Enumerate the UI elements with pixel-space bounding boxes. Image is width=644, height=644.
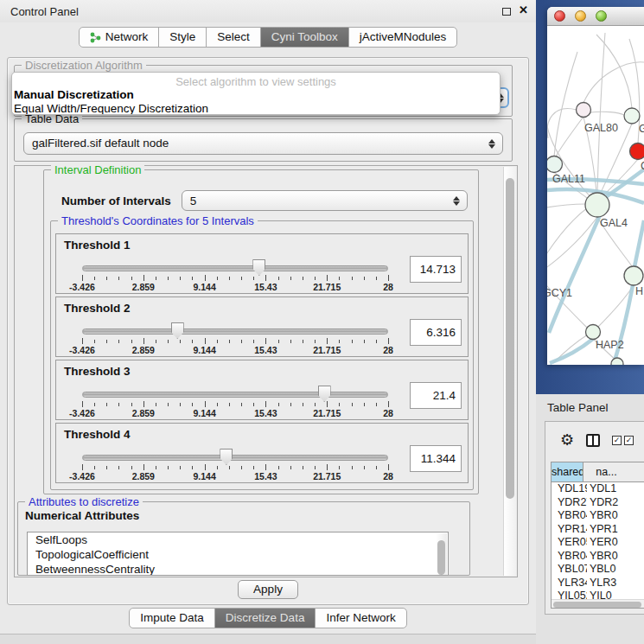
numerical-attributes-list[interactable]: SelfLoopsTopologicalCoefficientBetweenne… xyxy=(27,532,449,576)
minimize-traffic-light[interactable] xyxy=(575,10,586,22)
cell-name[interactable]: YBR0 xyxy=(587,509,644,523)
slider-thumb[interactable] xyxy=(252,259,265,276)
settings-vertical-scrollbar[interactable] xyxy=(503,167,516,576)
attribute-list-item[interactable]: TopologicalCoefficient xyxy=(28,547,448,562)
network-edge-thick[interactable] xyxy=(550,339,593,363)
slider-thumb[interactable] xyxy=(318,386,331,402)
slider-track[interactable] xyxy=(82,392,388,398)
column-header-name[interactable]: na... xyxy=(583,462,644,481)
cell-shared-name[interactable]: YBR045C xyxy=(552,550,587,564)
threshold-value-field[interactable]: 11.344 xyxy=(410,445,462,472)
cell-shared-name[interactable]: YDR27... xyxy=(552,496,587,510)
zoom-traffic-light[interactable] xyxy=(596,10,607,22)
tab-discretize-data[interactable]: Discretize Data xyxy=(214,608,316,628)
slider-tick xyxy=(352,277,353,280)
network-edge[interactable] xyxy=(547,217,597,272)
table-row[interactable]: YLR345WYLR3 xyxy=(552,577,644,590)
threshold-slider[interactable]: -3.4262.8599.14415.4321.71528 xyxy=(82,385,388,419)
table-row[interactable]: YBL079WYBL0 xyxy=(552,563,644,577)
tab-impute-data[interactable]: Impute Data xyxy=(129,608,215,628)
threshold-slider[interactable]: -3.4262.8599.14415.4321.71528 xyxy=(82,448,388,482)
cell-shared-name[interactable]: YBL079W xyxy=(552,563,587,577)
attribute-list-item[interactable]: SelfLoops xyxy=(28,532,448,547)
algorithm-option[interactable]: Manual Discretization xyxy=(12,88,500,102)
cell-name[interactable]: YBR0 xyxy=(587,550,644,564)
slider-track[interactable] xyxy=(82,455,388,461)
slider-tick xyxy=(290,340,291,343)
tab-cyni-toolbox[interactable]: Cyni Toolbox xyxy=(260,27,349,48)
slider-tick xyxy=(180,466,181,469)
slider-thumb[interactable] xyxy=(171,322,184,339)
cell-name[interactable]: YPR1 xyxy=(587,523,644,537)
network-edge-thick[interactable] xyxy=(614,285,633,364)
node-gal80[interactable] xyxy=(577,103,591,118)
table-data-combobox[interactable]: galFiltered.sif default node xyxy=(23,132,503,155)
num-intervals-combobox[interactable]: 5 xyxy=(182,190,468,211)
node-red[interactable] xyxy=(630,143,644,160)
thresholds-group: Threshold's Coordinates for 5 Intervals … xyxy=(50,220,474,490)
tab-style[interactable]: Style xyxy=(158,27,207,48)
slider-tick xyxy=(352,466,353,469)
threshold-value-field[interactable]: 6.316 xyxy=(410,319,462,346)
node-top-right[interactable] xyxy=(624,108,640,124)
table-row[interactable]: YBR045CYBR0 xyxy=(552,550,644,564)
slider-tick xyxy=(339,466,340,469)
network-edge[interactable] xyxy=(590,112,624,115)
node-bottom[interactable] xyxy=(611,358,623,365)
node-h[interactable] xyxy=(624,266,643,285)
cell-name[interactable]: YLR3 xyxy=(587,577,644,590)
table-row[interactable]: YBR043CYBR0 xyxy=(552,509,644,523)
columns-icon[interactable] xyxy=(586,434,600,447)
network-edge[interactable] xyxy=(597,33,605,193)
slider-tick xyxy=(241,403,242,406)
network-canvas[interactable]: GAL80GCGAL11GAL4GCY1HHAP2 xyxy=(547,26,644,365)
table-row[interactable]: YER054CYER0 xyxy=(552,536,644,550)
tab-jactivemnodules[interactable]: jActiveMNodules xyxy=(348,27,458,48)
checkbox-icon[interactable]: ✓ xyxy=(624,436,634,445)
table-row[interactable]: YPR145WYPR1 xyxy=(552,523,644,537)
slider-tick xyxy=(265,338,266,344)
cell-shared-name[interactable]: YLR345W xyxy=(552,577,587,590)
table-row[interactable]: YDL19...YDL1 xyxy=(552,482,644,496)
slider-thumb[interactable] xyxy=(220,449,233,465)
tab-network[interactable]: Network xyxy=(79,27,160,48)
cell-shared-name[interactable]: YBR043C xyxy=(552,509,587,523)
table-row[interactable]: YDR27...YDR2 xyxy=(552,496,644,510)
cell-name[interactable]: YDL1 xyxy=(587,482,644,496)
column-header-shared-name[interactable]: shared... xyxy=(552,462,583,481)
network-edge-thick[interactable] xyxy=(634,220,644,267)
node-gal11[interactable] xyxy=(547,156,563,173)
cell-name[interactable]: YBL0 xyxy=(587,563,644,577)
checkbox-icon[interactable]: ✓ xyxy=(612,436,622,445)
slider-track[interactable] xyxy=(82,328,388,335)
network-edge[interactable] xyxy=(596,35,632,108)
close-traffic-light[interactable] xyxy=(554,10,565,22)
tab-infer-network[interactable]: Infer Network xyxy=(315,608,406,628)
slider-tick xyxy=(156,403,156,406)
network-edge[interactable] xyxy=(547,204,585,207)
threshold-value-field[interactable]: 14.713 xyxy=(410,256,462,283)
network-edge[interactable] xyxy=(547,109,577,138)
attributes-list-scrollbar[interactable] xyxy=(436,533,447,576)
float-window-icon[interactable] xyxy=(502,8,511,16)
cell-shared-name[interactable]: YER054C xyxy=(552,536,587,550)
threshold-slider[interactable]: -3.4262.8599.14415.4321.71528 xyxy=(82,322,388,356)
table-horizontal-scrollbar[interactable] xyxy=(552,599,644,608)
cell-name[interactable]: YDR2 xyxy=(587,496,644,510)
network-edge[interactable] xyxy=(556,117,583,156)
node-hap2[interactable] xyxy=(586,325,601,340)
slider-track[interactable] xyxy=(82,265,388,271)
network-edge[interactable] xyxy=(583,62,644,103)
cell-shared-name[interactable]: YDL19... xyxy=(552,482,587,496)
algorithm-option[interactable]: Equal Width/Frequency Discretization xyxy=(12,102,500,116)
tab-select[interactable]: Select xyxy=(206,27,261,48)
cell-shared-name[interactable]: YPR145W xyxy=(552,523,587,537)
apply-button[interactable]: Apply xyxy=(238,580,298,599)
cell-name[interactable]: YER0 xyxy=(587,536,644,550)
gear-icon[interactable]: ⚙ xyxy=(560,432,574,448)
threshold-slider[interactable]: -3.4262.8599.14415.4321.71528 xyxy=(82,258,388,293)
threshold-value-field[interactable]: 21.4 xyxy=(410,382,462,409)
attribute-list-item[interactable]: BetweennessCentrality xyxy=(28,562,448,576)
close-icon[interactable]: ✕ xyxy=(519,3,528,16)
node-gal4[interactable] xyxy=(585,193,609,217)
